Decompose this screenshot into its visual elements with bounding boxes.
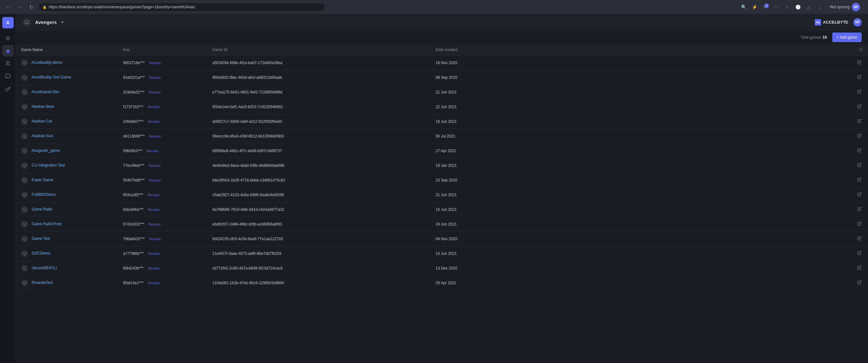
svg-rect-12 <box>23 208 26 210</box>
revoke-button[interactable]: Revoke <box>147 134 163 139</box>
game-icon <box>21 89 28 96</box>
revoke-button[interactable]: Revoke <box>147 178 163 183</box>
cell-date-created: 16 Jun 2021 <box>431 202 868 217</box>
total-games-count: 16 <box>823 35 827 39</box>
cell-key: 60e3ef6a*** Revoke <box>118 202 207 217</box>
revoke-button[interactable]: Revoke <box>147 60 163 65</box>
edit-button[interactable] <box>856 220 863 228</box>
revoke-button[interactable]: Revoke <box>146 280 162 285</box>
sidebar-item-home[interactable]: ⊞ <box>2 32 14 44</box>
revoke-button[interactable]: Revoke <box>146 104 162 110</box>
download-button[interactable]: ⌄ <box>815 2 824 12</box>
edit-button[interactable] <box>856 279 863 287</box>
revoke-button[interactable]: Revoke <box>146 207 162 212</box>
reload-button[interactable]: ↻ <box>27 3 36 11</box>
edit-button[interactable] <box>856 176 863 184</box>
cell-game-name: Alaskan Sun <box>16 129 118 144</box>
revoke-button[interactable]: Revoke <box>147 222 163 227</box>
table-row: Alaskan Bear f1737162*** Revoke 5f2eb1ed… <box>16 99 868 114</box>
edit-button[interactable] <box>856 235 863 243</box>
key-value: 796a8432*** <box>123 237 145 241</box>
game-name-link[interactable]: Accelmania-Dev <box>32 90 59 94</box>
edit-button[interactable] <box>856 161 863 170</box>
search-button[interactable]: 🔍 <box>739 2 748 12</box>
game-name-link[interactable]: Game Rafdi <box>32 207 52 211</box>
cell-date-created: 10 Jun 2021 <box>431 246 868 261</box>
cell-key: 91e0101a*** Revoke <box>118 70 207 85</box>
key-value: 77ec49e6*** <box>123 163 145 168</box>
filter-icon[interactable]: ☷ <box>859 48 863 52</box>
col-game-name[interactable]: Game Name ↕ <box>16 44 118 56</box>
table-container[interactable]: Game Name ↕ Key Game ID Date created ☷ <box>16 44 868 363</box>
cell-game-name: RivandaTest <box>16 276 118 290</box>
game-name-link[interactable]: Exper Game <box>32 178 53 182</box>
game-name-link[interactable]: JanuarBBXCLI <box>32 266 57 270</box>
forward-button[interactable]: → <box>15 3 24 11</box>
game-name-link[interactable]: AccelBuddy Test Game <box>32 75 71 80</box>
game-name-link[interactable]: Alaskan Car <box>32 119 52 123</box>
browser-bar: ← → ↻ 🔒 https://blackbox.accelbyte.io/ad… <box>0 0 868 14</box>
notifications-button[interactable]: ✉ 2 <box>761 2 770 12</box>
cell-key: 653ca3f2*** Revoke <box>118 187 207 202</box>
game-icon <box>21 118 28 125</box>
url-text: https://blackbox.accelbyte.io/admin/name… <box>49 5 195 9</box>
game-name-link[interactable]: FullBBXDemo <box>32 192 56 197</box>
share-button[interactable]: △ <box>804 2 813 12</box>
game-name-link[interactable]: GDCDemo <box>32 251 51 255</box>
edit-button[interactable] <box>856 147 863 155</box>
game-name-link[interactable]: Accelbuddy-demo <box>32 60 62 65</box>
game-name-link[interactable]: Alaskan Sun <box>32 134 53 138</box>
game-name-link[interactable]: Game Test <box>32 236 50 241</box>
revoke-button[interactable]: Revoke <box>146 192 161 198</box>
more-button[interactable]: ⋯ <box>771 2 781 12</box>
revoke-button[interactable]: Revoke <box>147 90 163 95</box>
edit-button[interactable] <box>856 205 863 213</box>
edit-button[interactable] <box>856 59 863 67</box>
extensions-button[interactable]: ⚡ <box>750 2 759 12</box>
sidebar-item-chat[interactable] <box>2 70 14 82</box>
bookmark-button[interactable]: ☆ <box>782 2 792 12</box>
game-name-link[interactable]: Anugerah_game <box>32 148 60 153</box>
cell-game-id: 11f4a081-1b2b-47eb-90c9-12985c5d9894 <box>207 276 431 290</box>
sidebar-item-key[interactable] <box>2 83 14 95</box>
edit-button[interactable] <box>856 132 863 140</box>
add-game-button[interactable]: + Add game <box>832 33 862 42</box>
game-name-link[interactable]: Alaskan Bear <box>32 104 54 109</box>
edit-button[interactable] <box>856 191 863 199</box>
sidebar-logo[interactable]: A <box>2 17 14 28</box>
game-name-link[interactable]: CLI Integration Test <box>32 163 65 168</box>
edit-button[interactable] <box>856 88 863 96</box>
key-value: 91e0101a*** <box>123 75 145 80</box>
revoke-button[interactable]: Revoke <box>147 236 163 241</box>
game-name-link[interactable]: RivandaTest <box>32 280 53 285</box>
game-name-link[interactable]: Game Rafdi Prod <box>32 222 61 226</box>
back-button[interactable]: ← <box>4 3 13 11</box>
revoke-button[interactable]: Revoke <box>145 148 160 153</box>
sidebar-item-profile[interactable]: ◉ <box>2 45 14 57</box>
revoke-button[interactable]: Revoke <box>147 75 163 80</box>
url-bar[interactable]: 🔒 https://blackbox.accelbyte.io/admin/na… <box>38 3 325 11</box>
revoke-button[interactable]: Revoke <box>146 119 162 124</box>
not-syncing-button[interactable]: Not syncing NP <box>826 3 864 11</box>
edit-button[interactable] <box>856 103 863 111</box>
cell-game-name: Game Rafdi Prod <box>16 217 118 232</box>
edit-button[interactable] <box>856 117 863 125</box>
edit-button[interactable] <box>856 264 863 272</box>
cell-game-id: 21ef407f-3aae-4573-adf6-86e7d07f8259 <box>207 246 431 261</box>
revoke-button[interactable]: Revoke <box>146 251 162 256</box>
cell-date-created: 22 Jun 2021 <box>431 99 868 114</box>
cell-game-name: Game Test <box>16 232 118 246</box>
namespace-dropdown-icon[interactable]: ▼ <box>61 20 64 25</box>
game-icon <box>21 279 28 286</box>
revoke-button[interactable]: Revoke <box>146 266 162 271</box>
not-syncing-label: Not syncing <box>830 5 850 9</box>
ab-logo-icon: AB <box>815 19 821 26</box>
header-profile-avatar[interactable]: NP <box>853 18 862 27</box>
cell-game-id: ebd91f07-2468-496c-bf3b-ac66856a6f83 <box>207 217 431 232</box>
sidebar-item-users[interactable] <box>2 58 14 69</box>
revoke-button[interactable]: Revoke <box>147 163 163 168</box>
edit-button[interactable] <box>856 73 863 81</box>
game-icon <box>21 221 28 228</box>
history-button[interactable]: 🕐 <box>793 2 803 12</box>
edit-button[interactable] <box>856 249 863 258</box>
